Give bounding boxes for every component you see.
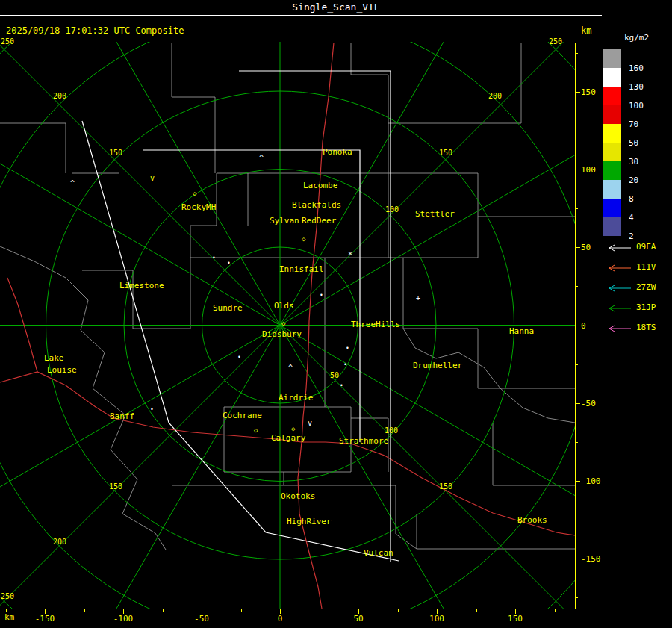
radar-id-label: 18TS bbox=[636, 323, 656, 332]
right-axis-tick bbox=[576, 92, 580, 93]
map-marker-icon: ◇ bbox=[281, 320, 285, 327]
radar-arrow-icon bbox=[603, 244, 632, 252]
city-label: Lacombe bbox=[303, 181, 337, 190]
city-label: Stettler bbox=[415, 210, 455, 218]
map-marker-icon: ^ bbox=[288, 364, 293, 371]
bottom-axis-value: 100 bbox=[429, 615, 444, 623]
bottom-axis-tick bbox=[241, 609, 242, 612]
right-axis-value: -100 bbox=[581, 477, 601, 485]
city-label: Limestone bbox=[119, 282, 164, 290]
range-ring-label: 200 bbox=[53, 538, 66, 546]
range-ring-label: 250 bbox=[1, 38, 14, 46]
map-marker-icon: • bbox=[227, 260, 231, 267]
vil-scale-row: 30 bbox=[603, 143, 671, 161]
city-label: Lake bbox=[44, 354, 64, 362]
right-axis-value: -50 bbox=[581, 400, 596, 408]
bottom-axis-value: -100 bbox=[113, 615, 134, 623]
range-ring-label: 50 bbox=[330, 372, 339, 379]
bottom-axis-value: 150 bbox=[508, 615, 523, 623]
legend-panel: kg/m2 16013010070503020842 09EA111V27ZW3… bbox=[602, 0, 672, 628]
city-label: Calgary bbox=[271, 434, 305, 442]
radar-id-label: 27ZW bbox=[636, 283, 656, 291]
range-ring-label: 250 bbox=[1, 593, 14, 600]
vil-scale-row: 2 bbox=[603, 217, 671, 236]
range-ring-label: 100 bbox=[385, 427, 398, 435]
radar-legend-row: 09EA bbox=[603, 237, 672, 258]
right-axis-value: 0 bbox=[581, 322, 586, 330]
map-marker-icon: ◇ bbox=[291, 426, 295, 432]
city-label: RedDeer bbox=[302, 217, 336, 225]
radar-arrow-icon bbox=[603, 305, 632, 312]
city-label: Innisfail bbox=[279, 265, 324, 273]
right-axis-tick bbox=[576, 170, 580, 170]
right-axis-tick bbox=[576, 597, 578, 598]
map-marker-icon: ◇ bbox=[193, 190, 196, 197]
bottom-axis-value: -150 bbox=[35, 615, 55, 623]
vil-scale-row: 8 bbox=[603, 180, 671, 199]
map-marker-icon: ^ bbox=[259, 155, 264, 161]
city-label: Strathmore bbox=[339, 437, 388, 445]
vil-scale-row: 160 bbox=[603, 49, 671, 68]
range-ring-label: 200 bbox=[488, 93, 502, 100]
right-axis-tick bbox=[576, 286, 578, 287]
city-label: Hanna bbox=[509, 327, 534, 335]
right-axis-tick bbox=[576, 364, 578, 365]
range-ring-label: 150 bbox=[109, 483, 122, 491]
vil-scale-row: 70 bbox=[603, 105, 671, 124]
range-ring-label: 150 bbox=[439, 149, 452, 157]
city-label: Airdrie bbox=[279, 394, 313, 402]
map-marker-icon: • bbox=[212, 255, 216, 261]
vil-color-swatch bbox=[603, 87, 621, 105]
vil-color-swatch bbox=[603, 68, 621, 87]
right-axis-value: 150 bbox=[581, 88, 596, 96]
map-marker-icon: • bbox=[340, 382, 343, 389]
legend-units-label: kg/m2 bbox=[624, 33, 649, 43]
right-axis-tick bbox=[576, 442, 578, 443]
radar-legend-row: 31JP bbox=[603, 298, 672, 318]
bottom-axis-tick bbox=[476, 609, 477, 612]
range-ring-label: 250 bbox=[549, 38, 562, 46]
bottom-axis-tick bbox=[163, 609, 164, 612]
city-label: Vulcan bbox=[364, 549, 393, 557]
range-ring-label: 150 bbox=[109, 149, 122, 157]
map-marker-icon: ◇ bbox=[254, 427, 258, 434]
vil-color-swatch bbox=[603, 124, 621, 143]
vil-scale-row: 50 bbox=[603, 124, 671, 143]
right-axis-tick bbox=[576, 131, 578, 131]
map-marker-icon: + bbox=[416, 295, 420, 302]
city-label: Olds bbox=[274, 302, 294, 310]
bottom-axis-value: 50 bbox=[353, 615, 363, 623]
map-marker-icon: v bbox=[308, 420, 312, 426]
map-marker-icon: ^ bbox=[70, 180, 75, 187]
right-axis-tick bbox=[576, 247, 580, 248]
radar-arrow-icon bbox=[603, 325, 632, 332]
range-ring-label: 100 bbox=[385, 206, 399, 214]
city-label: Brooks bbox=[517, 516, 547, 524]
vil-scale-row: 100 bbox=[603, 87, 671, 105]
bottom-axis-tick bbox=[84, 609, 85, 612]
radar-id-label: 31JP bbox=[636, 303, 656, 311]
right-axis-value: -150 bbox=[581, 555, 601, 563]
right-axis-tick bbox=[576, 403, 580, 404]
city-label: Sundre bbox=[213, 304, 243, 312]
city-label: Okotoks bbox=[281, 492, 315, 500]
map-marker-icon: • bbox=[237, 354, 241, 361]
radar-legend-row: 111V bbox=[603, 258, 672, 278]
vil-color-swatch bbox=[603, 180, 621, 199]
vil-color-swatch bbox=[603, 49, 621, 68]
bottom-axis-tick bbox=[398, 609, 399, 612]
bottom-axis-line bbox=[0, 609, 575, 609]
bottom-axis-value: 0 bbox=[278, 615, 283, 623]
radar-legend-row: 18TS bbox=[603, 318, 672, 338]
bottom-axis-tick bbox=[320, 609, 320, 612]
right-axis-tick bbox=[576, 520, 578, 520]
radar-arrow-icon bbox=[603, 285, 632, 292]
right-axis-tick bbox=[576, 53, 578, 54]
vil-color-swatch bbox=[603, 217, 621, 236]
right-axis-value: 100 bbox=[581, 166, 596, 174]
map-marker-icon: • bbox=[150, 406, 154, 413]
vil-scale-row: 130 bbox=[603, 68, 671, 87]
radar-list: 09EA111V27ZW31JP18TS bbox=[603, 237, 672, 338]
radar-viewer: Single_Scan_VIL 2025/09/18 17:01:32 UTC … bbox=[0, 0, 672, 628]
vil-color-swatch bbox=[603, 143, 621, 161]
